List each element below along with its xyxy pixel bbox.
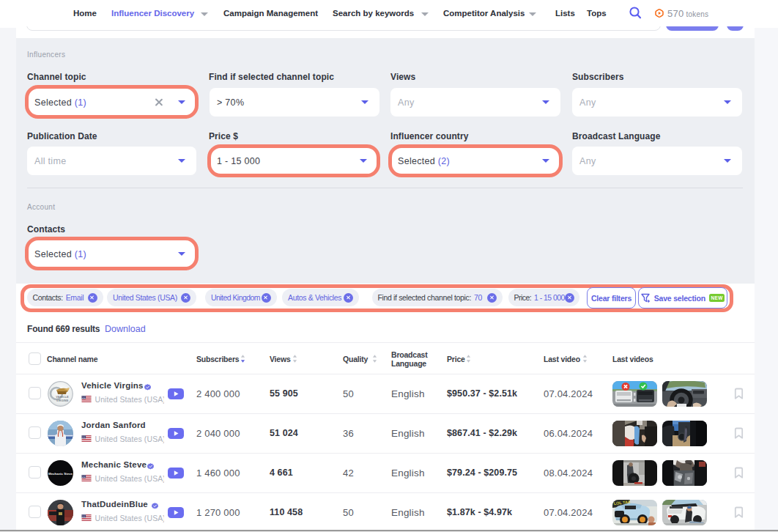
svg-text:Mechanic Steve: Mechanic Steve <box>48 471 73 475</box>
svg-text:VIRGINS: VIRGINS <box>56 398 69 402</box>
